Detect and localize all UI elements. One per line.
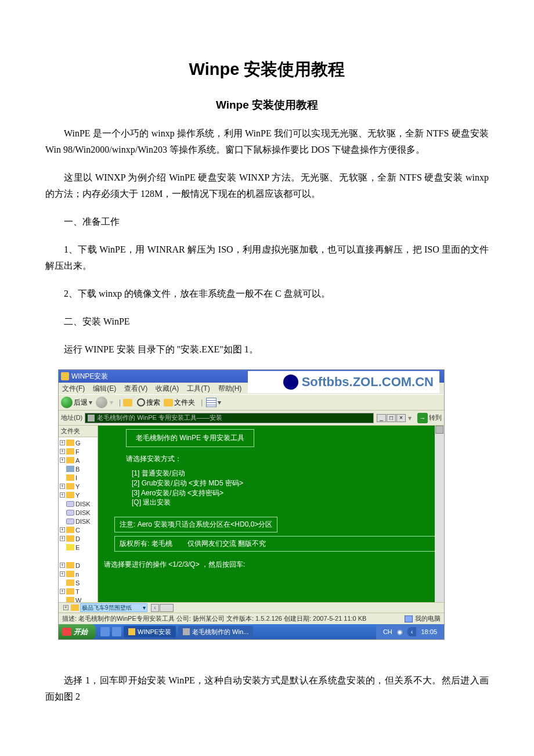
folder-up-icon	[123, 399, 132, 406]
taskbar-item-console[interactable]: 老毛桃制作的 Win...	[178, 626, 253, 638]
console-window[interactable]: 老毛桃制作的 WinPE 专用安装工具 请选择安装方式： [1] 普通安装/启动…	[98, 426, 444, 602]
console-opt-3: [3] Aero安装/启动 <支持密码>	[132, 488, 438, 498]
console-prompt: 请选择要进行的操作 <1/2/3/Q> ，然后按回车:	[104, 560, 438, 570]
go-label: 转到	[429, 413, 442, 422]
tree-item[interactable]: +DISK	[60, 517, 98, 525]
console-opt-q: [Q] 退出安装	[132, 498, 438, 507]
start-button[interactable]: 开始	[59, 624, 96, 639]
search-button[interactable]: 搜索	[137, 398, 160, 408]
menu-edit[interactable]: 编辑(E)	[93, 384, 116, 394]
address-input[interactable]: 老毛桃制作的 WinPE 专用安装工具——安装	[85, 413, 374, 423]
language-indicator[interactable]: CH	[383, 628, 392, 635]
tree-item[interactable]: +DISK	[60, 508, 98, 517]
toolbar-separator-2: |	[201, 398, 203, 406]
tree-item[interactable]: +F	[60, 447, 98, 456]
tree-item[interactable]: +W	[60, 596, 98, 602]
folder-combo[interactable]: 极品飞车9范围壁纸 ▾	[80, 603, 147, 612]
folder-tree[interactable]: 文件夹 +G +F +A +B +I +Y +Y +DISK +DISK +DI…	[59, 426, 98, 602]
clock[interactable]: 18:05	[421, 628, 437, 635]
console-title-box: 老毛桃制作的 WinPE 专用安装工具	[126, 429, 254, 447]
tree-item[interactable]: +S	[60, 578, 98, 587]
screenshot-figure-1: Softbbs.ZOL.COM.CN WINPE安装 文件(F) 编辑(E) 查…	[58, 369, 445, 640]
copyright-owner: 版权所有: 老毛桃	[120, 539, 172, 549]
tree-item[interactable]: +G	[60, 438, 98, 447]
taskbar-item-console-icon	[183, 628, 190, 635]
tree-item[interactable]: +E	[60, 543, 98, 552]
tree-item[interactable]: +Y	[60, 491, 98, 499]
menu-view[interactable]: 查看(V)	[124, 384, 147, 394]
search-label: 搜索	[146, 398, 160, 408]
tree-item[interactable]: +D	[60, 561, 98, 570]
sub-title: Winpe 安装使用教程	[45, 98, 489, 113]
hscroll-track[interactable]	[160, 604, 174, 612]
back-arrow-icon	[61, 397, 73, 408]
forward-arrow-icon	[96, 397, 107, 408]
paragraph-example: 这里以 WINXP 为例介绍 WinPE 硬盘安装 WINXP 方法。无光驱、无…	[45, 170, 489, 202]
menu-help[interactable]: 帮助(H)	[218, 384, 242, 394]
views-button[interactable]: ▾	[205, 398, 221, 407]
paragraph-after-fig: 选择 1，回车即开始安装 WinPE，这种自动安装方式是默认在系统盘安装的，但关…	[45, 672, 489, 705]
go-button[interactable]: →	[417, 413, 428, 423]
console-opt-2: [2] Grub安装/启动 <支持 MD5 密码>	[132, 478, 438, 488]
tree-list: +G +F +A +B +I +Y +Y +DISK +DISK +DISK +…	[59, 437, 98, 602]
back-button[interactable]: 后退 ▾	[61, 397, 92, 408]
folders-button[interactable]: 文件夹	[164, 398, 195, 408]
folders-label: 文件夹	[174, 398, 195, 408]
status-location: 我的电脑	[405, 614, 441, 623]
tree-item[interactable]: +I	[60, 473, 98, 482]
console-copyright: 版权所有: 老毛桃 仅供网友们交流 翻版不究	[114, 536, 438, 552]
toolbar-separator: |	[119, 398, 121, 406]
menu-tools[interactable]: 工具(T)	[187, 384, 210, 394]
close-button[interactable]: ×	[396, 414, 406, 422]
tree-item[interactable]: +B	[60, 465, 98, 473]
address-label: 地址(D)	[61, 413, 82, 422]
tree-item[interactable]	[60, 556, 98, 561]
back-label: 后退	[74, 398, 88, 408]
paragraph-step2: 2、下载 winxp 的镜像文件，放在非系统盘一般不在 C 盘就可以。	[45, 286, 489, 302]
tree-item[interactable]: +Y	[60, 482, 98, 491]
menu-favorites[interactable]: 收藏(A)	[156, 384, 179, 394]
taskbar-item-folder-icon	[128, 628, 135, 635]
tree-item[interactable]: +T	[60, 587, 98, 596]
tree-item[interactable]: +D	[60, 534, 98, 543]
maximize-button[interactable]: □	[387, 414, 396, 422]
scrollbar[interactable]	[435, 426, 444, 602]
window-title: WINPE安装	[71, 372, 108, 381]
hscroll-left-icon[interactable]: ‹	[151, 604, 159, 612]
clock-left-icon[interactable]: ‹	[407, 627, 417, 636]
window-icon	[61, 372, 69, 380]
tree-bottom-row: + 极品飞车9范围壁纸 ▾ ‹	[59, 602, 444, 613]
tree-item[interactable]: +n	[60, 570, 98, 578]
scroll-thumb[interactable]	[435, 426, 443, 434]
views-icon	[206, 398, 217, 407]
minimize-button[interactable]: _	[377, 414, 386, 422]
quick-launch-ie-icon[interactable]	[100, 627, 110, 636]
console-options: [1] 普通安装/启动 [2] Grub安装/启动 <支持 MD5 密码> [3…	[132, 469, 438, 507]
system-tray: CH ◉ ‹ 18:05	[376, 624, 444, 639]
address-text: 老毛桃制作的 WinPE 专用安装工具——安装	[97, 413, 222, 422]
status-bar: 描述: 老毛桃制作的WinPE专用安装工具 公司: 扬州某公司 文件版本: 1.…	[59, 613, 444, 624]
taskbar: 开始 WINPE安装 老毛桃制作的 Win... CH ◉ ‹ 18:05	[59, 624, 444, 639]
up-button[interactable]	[123, 399, 134, 406]
tree-item[interactable]: +A	[60, 456, 98, 465]
tray-icon[interactable]: ◉	[397, 628, 403, 636]
heading-install: 二、安装 WinPE	[45, 314, 489, 330]
copyright-notice: 仅供网友们交流 翻版不究	[187, 539, 266, 549]
status-text: 描述: 老毛桃制作的WinPE专用安装工具 公司: 扬州某公司 文件版本: 1.…	[62, 614, 366, 623]
forward-button[interactable]: ▾	[96, 397, 113, 408]
address-dropdown-icon[interactable]: ▾	[408, 414, 412, 422]
address-bar: 地址(D) 老毛桃制作的 WinPE 专用安装工具——安装 _ □ × ▾ → …	[59, 411, 444, 426]
tree-header: 文件夹	[59, 426, 98, 437]
paragraph-run: 运行 WINPE 安装 目录下的 "安装.EXE"如图 1。	[45, 341, 489, 358]
main-title: Winpe 安装使用教程	[45, 58, 489, 81]
tree-item[interactable]: +C	[60, 525, 98, 534]
menu-file[interactable]: 文件(F)	[62, 384, 85, 394]
console-note: 注意: Aero 安装项只适合系统分区在<HD0,0>分区	[114, 517, 277, 532]
status-location-text: 我的电脑	[415, 614, 441, 623]
logo-swirl-icon	[283, 375, 298, 390]
quick-launch-desktop-icon[interactable]	[112, 627, 121, 636]
tree-item[interactable]: +DISK	[60, 499, 98, 508]
tree-item[interactable]	[60, 552, 98, 556]
taskbar-item-winpe[interactable]: WINPE安装	[124, 626, 176, 638]
start-label: 开始	[74, 627, 88, 637]
